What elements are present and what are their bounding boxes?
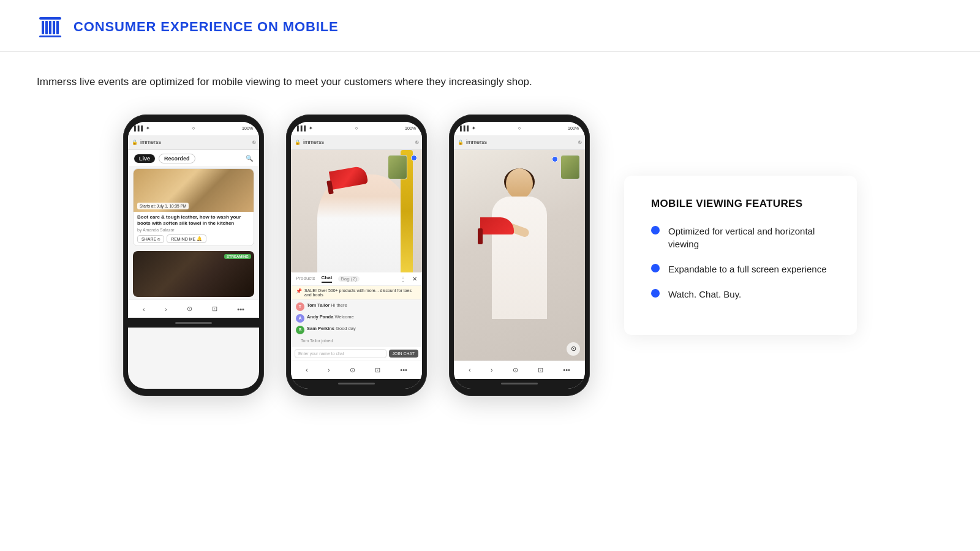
phone3-home-bar bbox=[501, 383, 538, 384]
phone1-event-buttons: SHARE ⎋ REMIND ME 🔔 bbox=[137, 234, 250, 243]
phone3-lock-icon: 🔒 bbox=[458, 140, 464, 145]
phone3-screen: ▌▌▌ ✦ ○ 100% 🔒 immerss ⎋ bbox=[454, 122, 585, 389]
phone2-msg2-text: Welcome bbox=[334, 314, 353, 320]
phone2-avatar-tom: T bbox=[296, 302, 304, 311]
phone1-event-author: by Amanda Salazar bbox=[137, 228, 250, 232]
phone3-signal: ▌▌▌ ✦ bbox=[460, 126, 476, 131]
phone2-tab-close[interactable]: ✕ bbox=[412, 276, 417, 282]
phone1-search-icon[interactable]: 🔍 bbox=[246, 155, 253, 162]
phone2-url-center: ○ bbox=[355, 126, 358, 131]
phone2-chat-input-area: Enter your name to chat JOIN CHAT bbox=[291, 346, 422, 361]
phone2-search-btn[interactable]: ⊙ bbox=[350, 366, 355, 374]
phone2-live-image bbox=[291, 150, 422, 272]
phone2-forward-btn[interactable]: › bbox=[328, 366, 330, 373]
phone2-tab-bag[interactable]: Bag (2) bbox=[338, 276, 359, 282]
phone3-camera-btn[interactable]: ⊙ bbox=[567, 342, 580, 356]
phone2-signal: ▌▌▌ ✦ bbox=[297, 126, 313, 131]
feature-dot-3 bbox=[651, 289, 660, 298]
phone2-tab-chat[interactable]: Chat bbox=[322, 275, 333, 283]
phone1-tabs: Live Recorded 🔍 bbox=[128, 150, 259, 166]
features-title: MOBILE VIEWING FEATURES bbox=[651, 198, 830, 210]
phone2-msg3: S Sam Perkins Good day bbox=[296, 326, 417, 334]
share-icon: ⎋ bbox=[157, 237, 160, 241]
phone2-live-visual bbox=[291, 150, 422, 272]
subtitle-text: Immerss live events are optimized for mo… bbox=[37, 74, 943, 90]
phone3-forward-btn[interactable]: › bbox=[491, 366, 493, 373]
phone2-chat-input[interactable]: Enter your name to chat bbox=[295, 349, 386, 358]
phone1-tab-live[interactable]: Live bbox=[134, 154, 155, 163]
phone3-url-text: immerss bbox=[466, 139, 487, 145]
phone2-bottom-bar: ‹ › ⊙ ⊡ ••• bbox=[291, 361, 422, 379]
phone1-screen: ▌▌▌ ✦ ○ 100% 🔒 immerss ⎋ Live Recorded 🔍 bbox=[128, 122, 259, 389]
phone2-bookmark-btn[interactable]: ⊡ bbox=[375, 366, 380, 374]
phone1-handbag-image: Starts at: July 1, 10:35 PM bbox=[134, 169, 254, 212]
phone3-thumb-overlay bbox=[560, 155, 580, 179]
phone1-home-indicator bbox=[128, 318, 259, 328]
svg-rect-3 bbox=[49, 21, 51, 34]
phone2-tab-products[interactable]: Products bbox=[296, 276, 315, 282]
phone1: ▌▌▌ ✦ ○ 100% 🔒 immerss ⎋ Live Recorded 🔍 bbox=[123, 114, 264, 396]
phone2-back-btn[interactable]: ‹ bbox=[306, 366, 308, 373]
phone2-battery: 100% bbox=[405, 126, 416, 130]
feature-dot-2 bbox=[651, 264, 660, 272]
bell-icon: 🔔 bbox=[197, 236, 202, 241]
phone1-event-title: Boot care & tough leather, how to wash y… bbox=[137, 214, 250, 227]
phone1-url-text: immerss bbox=[140, 139, 161, 145]
svg-rect-5 bbox=[56, 21, 59, 34]
phone1-search-btn[interactable]: ⊙ bbox=[187, 305, 192, 313]
phone1-bookmark-btn[interactable]: ⊡ bbox=[212, 305, 217, 313]
phone3-fullscreen-content: ⊙ bbox=[454, 150, 585, 361]
phone2-thumb-overlay bbox=[388, 155, 407, 179]
phone3-home-indicator bbox=[454, 379, 585, 389]
svg-rect-0 bbox=[39, 17, 61, 20]
phone1-forward-btn[interactable]: › bbox=[165, 305, 167, 313]
phone2-lock-icon: 🔒 bbox=[295, 140, 301, 145]
phone1-share-button[interactable]: SHARE ⎋ bbox=[137, 235, 164, 243]
phone3-red-shoe bbox=[480, 217, 514, 234]
phone2-home-indicator bbox=[291, 379, 422, 389]
page-title: CONSUMER EXPERIENCE ON MOBILE bbox=[74, 19, 339, 35]
phone1-shoes-image: STREAMING bbox=[133, 251, 254, 297]
phone1-back-btn[interactable]: ‹ bbox=[143, 305, 145, 313]
phone1-share-icon: ⎋ bbox=[252, 139, 255, 145]
svg-rect-6 bbox=[39, 36, 61, 37]
phone2-promo-text: SALE! Over 500+ products with more... di… bbox=[304, 288, 417, 297]
phone1-streaming-card: STREAMING bbox=[133, 251, 254, 297]
phone2-tab-more[interactable]: ⋮ bbox=[400, 276, 406, 282]
phone2-chat-tabs: Products Chat Bag (2) ⋮ ✕ bbox=[291, 272, 422, 286]
phone2-joined-text: Tom Tailor joined bbox=[296, 339, 417, 343]
phone3-person-head bbox=[506, 168, 533, 199]
phone3-bookmark-btn[interactable]: ⊡ bbox=[538, 366, 543, 374]
phone3-status-bar: ▌▌▌ ✦ ○ 100% bbox=[454, 122, 585, 135]
phone3-back-btn[interactable]: ‹ bbox=[469, 366, 471, 373]
feature-item-1: Optimized for vertical and horizontal vi… bbox=[651, 225, 830, 250]
phone1-event-card: Starts at: July 1, 10:35 PM Boot care & … bbox=[133, 168, 254, 247]
feature-dot-1 bbox=[651, 226, 660, 234]
phone2-avatar-sam: S bbox=[296, 326, 304, 334]
phone1-tab-recorded[interactable]: Recorded bbox=[159, 154, 195, 163]
svg-rect-2 bbox=[45, 21, 48, 34]
phone3-more-btn[interactable]: ••• bbox=[563, 366, 570, 373]
phone2-url-bar: 🔒 immerss ⎋ bbox=[291, 135, 422, 150]
feature-item-3: Watch. Chat. Buy. bbox=[651, 288, 830, 301]
feature-text-1: Optimized for vertical and horizontal vi… bbox=[668, 225, 830, 250]
svg-rect-1 bbox=[42, 21, 44, 34]
phone1-event-body: Boot care & tough leather, how to wash y… bbox=[134, 212, 254, 246]
phone2-join-chat-button[interactable]: JOIN CHAT bbox=[389, 350, 418, 358]
phone2-msg1-name: Tom Tailor bbox=[307, 302, 330, 308]
phone1-more-btn[interactable]: ••• bbox=[237, 305, 244, 313]
phone3-battery: 100% bbox=[568, 126, 579, 130]
phone1-lock-icon: 🔒 bbox=[132, 140, 138, 145]
phone2-msg1: T Tom Tailor Hi there bbox=[296, 302, 417, 311]
feature-text-3: Watch. Chat. Buy. bbox=[668, 288, 741, 301]
phone2-more-btn[interactable]: ••• bbox=[400, 366, 407, 373]
phone3-wrapper: ▌▌▌ ✦ ○ 100% 🔒 immerss ⎋ bbox=[449, 114, 590, 396]
phone3-search-btn[interactable]: ⊙ bbox=[513, 366, 518, 374]
phone2-chat-messages: T Tom Tailor Hi there A Andy Panda Welco… bbox=[291, 300, 422, 346]
main-content: ▌▌▌ ✦ ○ 100% 🔒 immerss ⎋ Live Recorded 🔍 bbox=[0, 96, 980, 421]
phone1-remind-button[interactable]: REMIND ME 🔔 bbox=[167, 234, 206, 243]
phone2-status-bar: ▌▌▌ ✦ ○ 100% bbox=[291, 122, 422, 135]
phone2-msg3-name: Sam Perkins bbox=[307, 326, 334, 331]
phone2-home-bar bbox=[338, 383, 375, 384]
phone3-url-center: ○ bbox=[518, 126, 521, 131]
